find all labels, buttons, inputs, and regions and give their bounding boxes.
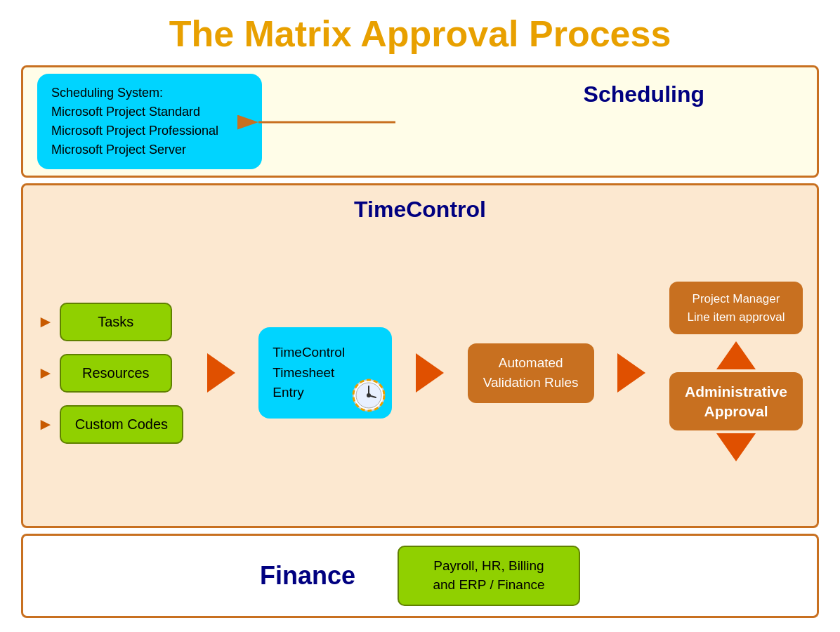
custom-codes-item: ► Custom Codes: [37, 405, 183, 444]
arrow-to-validation-icon: [416, 353, 444, 393]
arrow-to-timesheet-icon: [207, 353, 235, 393]
admin-approval-box: Administrative Approval: [669, 372, 803, 430]
pm-approval-box: Project Manager Line item approval: [669, 282, 803, 334]
validation-line1: Automated: [499, 355, 563, 370]
validation-box: Automated Validation Rules: [468, 343, 594, 403]
main-title: The Matrix Approval Process: [21, 14, 819, 54]
page-container: The Matrix Approval Process Scheduling S…: [0, 0, 840, 632]
scheduling-line4: Microsoft Project Server: [51, 140, 248, 159]
clock-icon: [351, 378, 386, 413]
tasks-box: Tasks: [60, 303, 172, 341]
resources-arrow-icon: ►: [37, 363, 54, 383]
validation-text: Automated Validation Rules: [483, 353, 579, 393]
arrow-to-admin-icon: [617, 353, 645, 393]
down-arrow-icon: [716, 433, 756, 461]
scheduling-label: Scheduling: [584, 81, 704, 107]
timesheet-line3: Entry: [273, 383, 303, 403]
scheduling-line1: Scheduling System:: [51, 84, 248, 103]
custom-codes-arrow-icon: ►: [37, 414, 54, 434]
finance-box-text: Payroll, HR, Billingand ERP / Finance: [433, 558, 544, 592]
resources-item: ► Resources: [37, 354, 172, 393]
admin-line1: Administrative: [685, 383, 787, 400]
resources-box: Resources: [60, 354, 172, 393]
custom-codes-box: Custom Codes: [60, 405, 183, 444]
timesheet-entry-box: TimeControl Timesheet Entry: [258, 327, 392, 419]
tasks-arrow-icon: ►: [37, 312, 54, 331]
scheduling-system-box: Scheduling System: Microsoft Project Sta…: [37, 74, 262, 169]
pm-line1: Project Manager: [693, 292, 780, 305]
scheduling-line2: Microsoft Project Standard: [51, 103, 248, 121]
right-column: Project Manager Line item approval Admin…: [669, 282, 803, 464]
finance-green-box: Payroll, HR, Billingand ERP / Finance: [398, 546, 580, 605]
timesheet-line2: Timesheet: [273, 363, 334, 383]
left-inputs: ► Tasks ► Resources ► Custom Codes: [37, 303, 183, 444]
scheduling-line3: Microsoft Project Professional: [51, 121, 248, 140]
scheduling-section: Scheduling System: Microsoft Project Sta…: [21, 65, 819, 178]
timecontrol-label: TimeControl: [37, 197, 803, 223]
finance-section: Finance Payroll, HR, Billingand ERP / Fi…: [21, 534, 819, 618]
pm-line2: Line item approval: [688, 310, 785, 324]
timesheet-line1: TimeControl: [273, 343, 345, 363]
admin-line2: Approval: [704, 403, 768, 419]
up-arrow-icon: [716, 341, 756, 369]
tasks-item: ► Tasks: [37, 303, 172, 341]
finance-label: Finance: [260, 561, 355, 591]
validation-line2: Validation Rules: [483, 375, 579, 390]
timecontrol-section: TimeControl ► Tasks ► Resources ► Custom…: [21, 183, 819, 528]
tc-content: ► Tasks ► Resources ► Custom Codes TimeC…: [37, 231, 803, 515]
